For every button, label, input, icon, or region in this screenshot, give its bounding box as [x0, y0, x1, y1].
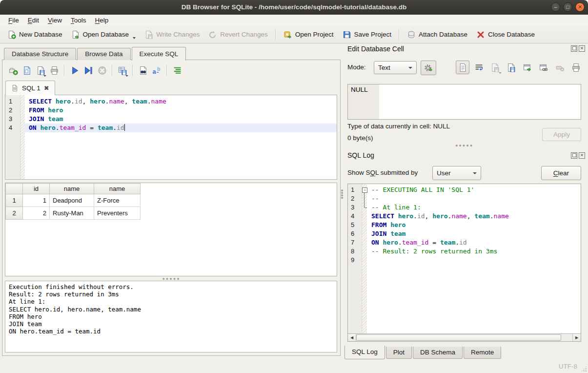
find-in-sql-icon: [139, 66, 148, 75]
right-dock-area: Edit Database Cell ✕ Mode: Text NULL Typ…: [344, 43, 588, 360]
table-cell[interactable]: Rusty-Man: [50, 207, 94, 220]
close-icon[interactable]: ✕: [575, 2, 585, 12]
import-from-file-button[interactable]: [505, 61, 518, 74]
sql-log-view[interactable]: 1−-- EXECUTING ALL IN 'SQL 1'2--3-- At l…: [347, 184, 581, 342]
scrollbar-thumb[interactable]: [356, 334, 561, 341]
save-results-button[interactable]: [116, 64, 129, 77]
set-null-button: [553, 61, 567, 74]
execute-all-button[interactable]: [68, 64, 81, 77]
maximize-icon[interactable]: □: [563, 2, 572, 12]
close-database-button[interactable]: Close Database: [472, 28, 539, 41]
execute-sql-tab-content: ab SQL 1 ✖ 1SELECT hero.id, hero.name, t…: [2, 60, 341, 356]
editor-line[interactable]: 2FROM hero: [5, 106, 337, 115]
editor-line[interactable]: 3JOIN team: [5, 115, 337, 124]
log-horizontal-scrollbar[interactable]: ◀ ▶: [348, 333, 581, 341]
dock-tab-plot[interactable]: Plot: [386, 347, 412, 359]
execute-current-line-button[interactable]: [81, 64, 95, 77]
fold-collapse-icon[interactable]: −: [362, 186, 368, 194]
dock-splitter[interactable]: ●●●●●: [347, 144, 581, 147]
column-header-id[interactable]: id: [23, 184, 50, 194]
format-sql-button[interactable]: [170, 64, 184, 77]
auto-switch-mode-button[interactable]: [421, 61, 436, 75]
scroll-left-icon[interactable]: ◀: [348, 334, 356, 341]
log-text: -- Result: 2 rows returned in 3ms: [371, 247, 497, 256]
dropdown-caret-icon[interactable]: [43, 75, 46, 77]
menu-help[interactable]: Help: [91, 15, 113, 26]
execute-all-icon: [70, 66, 80, 75]
menubar: FileEditViewToolsHelp: [0, 15, 588, 26]
find-in-sql-button[interactable]: [136, 64, 150, 77]
print-sql-button[interactable]: [47, 64, 61, 77]
grid-corner[interactable]: [6, 184, 23, 194]
save-project-icon: [343, 30, 351, 39]
minimize-icon[interactable]: –: [551, 2, 560, 12]
results-grid[interactable]: idnamename11DeadpondZ-Force22Rusty-ManPr…: [5, 183, 337, 276]
table-cell[interactable]: Z-Force: [94, 194, 141, 207]
save-project-button[interactable]: Save Project: [338, 28, 396, 41]
tab-execute-sql[interactable]: Execute SQL: [132, 47, 186, 61]
text-mode-button[interactable]: [456, 61, 469, 74]
replace-in-sql-button[interactable]: ab: [150, 64, 163, 77]
stop-execution-button: [95, 64, 109, 77]
link-data-button[interactable]: [537, 61, 550, 74]
text-mode-icon: [458, 63, 467, 72]
link-data-icon: [539, 63, 548, 72]
mode-select[interactable]: Text: [374, 61, 417, 74]
log-text: JOIN team: [371, 229, 406, 238]
menu-file[interactable]: File: [4, 15, 23, 26]
dropdown-caret-icon[interactable]: [125, 75, 128, 77]
sql-log-filter-select[interactable]: User: [432, 166, 481, 180]
print-cell-button[interactable]: [569, 61, 583, 74]
export-to-app-button[interactable]: [521, 61, 534, 74]
table-cell[interactable]: 2: [23, 207, 50, 220]
tab-database-structure[interactable]: Database Structure: [4, 48, 76, 60]
chevron-down-icon: [473, 172, 477, 174]
row-header[interactable]: 2: [6, 207, 23, 220]
titlebar[interactable]: DB Browser for SQLite - /home/user/code/…: [0, 0, 588, 15]
results-table: idnamename11DeadpondZ-Force22Rusty-ManPr…: [5, 183, 141, 220]
table-cell[interactable]: Deadpond: [50, 194, 94, 207]
open-database-button[interactable]: Open Database: [67, 28, 141, 41]
column-header-name[interactable]: name: [94, 184, 141, 194]
dock-tab-db-schema[interactable]: DB Schema: [413, 347, 463, 359]
table-cell[interactable]: Preventers: [94, 207, 141, 220]
clear-log-button[interactable]: Clear: [541, 166, 581, 180]
dock-tab-sql-log[interactable]: SQL Log: [345, 346, 385, 359]
cell-value-editor[interactable]: NULL: [347, 84, 581, 120]
tab-browse-data[interactable]: Browse Data: [77, 48, 130, 60]
close-panel-icon[interactable]: ✕: [579, 152, 585, 159]
toolbar-label: Attach Database: [419, 31, 467, 38]
menu-edit[interactable]: Edit: [23, 15, 43, 26]
encoding-indicator[interactable]: UTF-8: [559, 363, 577, 370]
float-panel-icon[interactable]: [571, 152, 577, 159]
menu-tools[interactable]: Tools: [66, 15, 91, 26]
scroll-right-icon[interactable]: ▶: [572, 334, 581, 341]
editor-line[interactable]: 4ON hero.team_id = team.id: [5, 124, 337, 132]
row-header[interactable]: 1: [6, 194, 23, 207]
float-panel-icon[interactable]: [571, 45, 577, 52]
save-cell-as-icon: [490, 63, 500, 72]
column-header-name[interactable]: name: [50, 184, 94, 194]
apply-button[interactable]: Apply: [542, 128, 581, 141]
sql-editor[interactable]: 1SELECT hero.id, hero.name, team.name2FR…: [5, 95, 337, 180]
dropdown-caret-icon[interactable]: [499, 72, 502, 74]
sql-file-icon: [11, 84, 19, 92]
close-sql-tab-icon[interactable]: ✖: [44, 84, 49, 92]
editor-line[interactable]: 1SELECT hero.id, hero.name, team.name: [5, 97, 337, 106]
open-sql-file-button[interactable]: [20, 64, 34, 77]
word-wrap-button[interactable]: [472, 61, 486, 74]
new-sql-tab-button[interactable]: [6, 64, 20, 77]
resize-grip[interactable]: [581, 366, 587, 372]
dock-tab-remote[interactable]: Remote: [464, 347, 501, 359]
attach-database-button[interactable]: Attach Database: [403, 28, 472, 41]
new-database-button[interactable]: New Database: [3, 28, 67, 41]
table-cell[interactable]: 1: [23, 194, 50, 207]
close-panel-icon[interactable]: ✕: [579, 45, 585, 52]
editor-log-splitter[interactable]: ●●●●●: [2, 277, 340, 281]
open-project-button[interactable]: Open Project: [279, 28, 338, 41]
sql-document-tab[interactable]: SQL 1 ✖: [5, 81, 55, 95]
save-sql-file-button[interactable]: [34, 64, 47, 77]
dropdown-caret-icon[interactable]: [133, 37, 136, 39]
execution-message-log[interactable]: Execution finished without errors. Resul…: [5, 281, 337, 352]
menu-view[interactable]: View: [43, 15, 66, 26]
